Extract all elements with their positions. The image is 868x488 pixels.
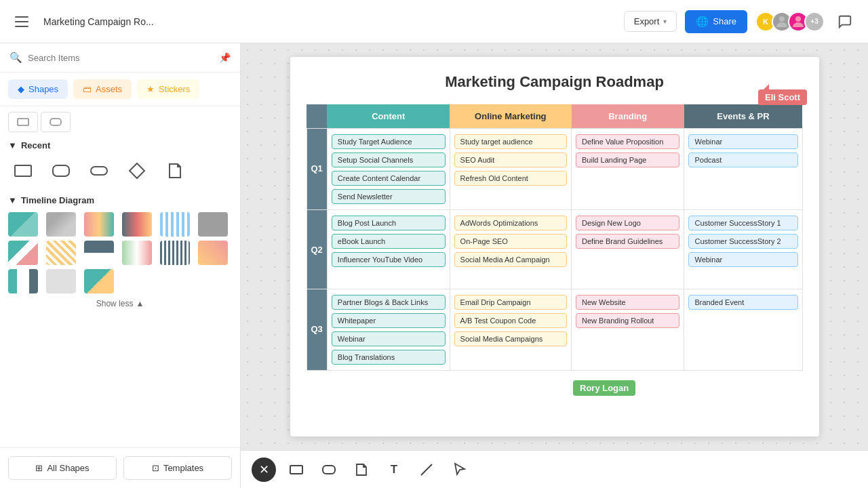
roadmap-table: Content Online Marketing Branding Events…	[307, 104, 803, 371]
task-item[interactable]: Send Newsletter	[332, 189, 446, 204]
shape-rectangle[interactable]	[8, 157, 38, 184]
sidebar-scroll: ▼ Recent	[0, 106, 240, 447]
task-item[interactable]: Social Media Ad Campaign	[454, 252, 567, 267]
star-icon: ★	[146, 84, 155, 94]
topbar: Marketing Campaign Ro... Export ▾ 🌐 Shar…	[0, 0, 868, 43]
timeline-thumb-8[interactable]	[46, 241, 76, 265]
mini-tab-2[interactable]	[41, 112, 71, 132]
svg-rect-8	[290, 466, 302, 474]
show-less-button[interactable]: Show less ▲	[8, 299, 232, 308]
all-shapes-button[interactable]: ⊞ All Shapes	[8, 456, 117, 480]
task-item[interactable]: Podcast	[688, 152, 797, 167]
svg-rect-4	[15, 165, 31, 176]
shape-rounded-rect[interactable]	[46, 157, 76, 184]
chat-button[interactable]	[833, 9, 857, 34]
tab-shapes[interactable]: ◆ Shapes	[8, 79, 68, 99]
task-item[interactable]: SEO Audit	[454, 152, 567, 167]
timeline-section-header[interactable]: ▼ Timeline Diagram	[8, 195, 232, 205]
close-button[interactable]: ✕	[252, 458, 276, 482]
cell-q1-branding: Define Value Proposition Build Landing P…	[572, 129, 684, 210]
timeline-thumb-9[interactable]	[84, 241, 114, 265]
task-item[interactable]: Study Target Audience	[332, 134, 446, 149]
task-item[interactable]: Webinar	[688, 134, 797, 149]
timeline-thumb-2[interactable]	[46, 212, 76, 237]
timeline-thumb-3[interactable]	[84, 212, 114, 237]
task-item[interactable]: New Website	[576, 295, 679, 310]
task-item[interactable]: Branded Event	[688, 295, 797, 310]
task-item[interactable]: Design New Logo	[576, 216, 679, 230]
row-label-q3: Q3	[311, 295, 323, 363]
export-button[interactable]: Export ▾	[624, 11, 677, 32]
rounded-tool-button[interactable]	[317, 458, 341, 482]
task-item[interactable]: Customer SuccessStory 1	[688, 216, 797, 230]
chevron-up-icon: ▲	[136, 299, 144, 308]
timeline-section: ▼ Timeline Diagram	[8, 195, 232, 308]
task-item[interactable]: Whitepaper	[332, 313, 446, 328]
diagram-title: Marketing Campaign Roadmap	[307, 73, 803, 91]
mini-tabs	[8, 112, 232, 132]
rectangle-icon	[289, 462, 304, 477]
timeline-thumb-14[interactable]	[46, 269, 76, 293]
avatar-count[interactable]: +3	[804, 12, 825, 32]
timeline-thumb-1[interactable]	[8, 212, 38, 237]
shape-stadium[interactable]	[84, 157, 114, 184]
shapes-grid	[8, 157, 232, 184]
mini-tab-1[interactable]	[8, 112, 38, 132]
task-item[interactable]: Blog Translations	[332, 350, 446, 365]
task-item[interactable]: A/B Test Coupon Code	[454, 313, 567, 328]
task-item[interactable]: On-Page SEO	[454, 234, 567, 249]
task-item[interactable]: Webinar	[688, 252, 797, 267]
timeline-thumb-12[interactable]	[198, 241, 228, 265]
timeline-thumb-13[interactable]	[8, 269, 38, 293]
svg-rect-2	[18, 119, 28, 125]
diagram-container: Marketing Campaign Roadmap Content Onlin…	[290, 57, 819, 436]
cell-q3-online: Email Drip Campaign A/B Test Coupon Code…	[450, 289, 571, 371]
task-item[interactable]: Email Drip Campaign	[454, 295, 567, 310]
timeline-thumb-5[interactable]	[160, 212, 190, 237]
note-tool-button[interactable]	[349, 458, 374, 482]
cell-q3-events: Branded Event	[684, 289, 802, 371]
task-item[interactable]: Refresh Old Content	[454, 171, 567, 186]
svg-rect-9	[323, 466, 335, 474]
task-item[interactable]: Influencer YouTube Video	[332, 252, 446, 267]
task-item[interactable]: Study target audience	[454, 134, 567, 149]
tab-assets[interactable]: 🗃 Assets	[73, 79, 132, 99]
task-item[interactable]: Webinar	[332, 331, 446, 346]
line-tool-button[interactable]	[414, 458, 439, 482]
chevron-down-icon: ▼	[8, 140, 17, 150]
templates-button[interactable]: ⊡ Templates	[123, 456, 232, 480]
text-tool-button[interactable]: T	[382, 458, 406, 482]
task-item[interactable]: Setup Social Channels	[332, 152, 446, 167]
timeline-thumb-6[interactable]	[198, 212, 228, 237]
task-item[interactable]: Customer SuccessStory 2	[688, 234, 797, 249]
task-item[interactable]: Partner Blogs & Back Links	[332, 295, 446, 310]
task-item[interactable]: Define Brand Guidelines	[576, 234, 679, 249]
task-item[interactable]: Define Value Proposition	[576, 134, 679, 149]
timeline-thumb-15[interactable]	[84, 269, 114, 293]
table-row-q1: Q1 Study Target Audience Setup Social Ch…	[307, 129, 802, 210]
menu-button[interactable]	[11, 9, 35, 34]
cell-q3-branding: New Website New Branding Rollout	[572, 289, 684, 371]
canvas[interactable]: Eli Scott Marketing Campaign Roadmap Con…	[241, 43, 868, 450]
task-item[interactable]: AdWords Optimizations	[454, 216, 567, 230]
pointer-tool-button[interactable]	[447, 458, 471, 482]
timeline-thumb-4[interactable]	[122, 212, 152, 237]
task-item[interactable]: Blog Post Launch	[332, 216, 446, 230]
cell-q2-online: AdWords Optimizations On-Page SEO Social…	[450, 210, 571, 289]
task-item[interactable]: New Branding Rollout	[576, 313, 679, 328]
share-button[interactable]: 🌐 Share	[685, 10, 747, 33]
pin-icon[interactable]: 📌	[219, 52, 231, 63]
rectangle-tool-button[interactable]	[284, 458, 309, 482]
timeline-thumb-10[interactable]	[122, 241, 152, 265]
search-input[interactable]	[28, 53, 214, 63]
task-item[interactable]: Social Media Campaigns	[454, 331, 567, 346]
shape-diamond[interactable]	[122, 157, 152, 184]
recent-section-header[interactable]: ▼ Recent	[8, 140, 232, 150]
timeline-thumb-11[interactable]	[160, 241, 190, 265]
task-item[interactable]: Build Landing Page	[576, 152, 679, 167]
timeline-thumb-7[interactable]	[8, 241, 38, 265]
task-item[interactable]: eBook Launch	[332, 234, 446, 249]
tab-stickers[interactable]: ★ Stickers	[137, 79, 199, 99]
shape-document[interactable]	[160, 157, 190, 184]
task-item[interactable]: Create Content Calendar	[332, 171, 446, 186]
